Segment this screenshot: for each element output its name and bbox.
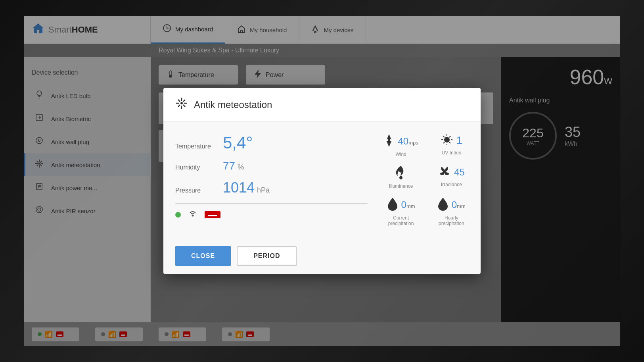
- modal-overlay: Antik meteostation Temperature 5,4° Humi…: [0, 0, 644, 362]
- modal-green-dot: [175, 212, 181, 218]
- svg-line-35: [178, 100, 180, 102]
- pressure-row: Pressure 1014 hPa: [175, 179, 368, 196]
- svg-line-50: [449, 136, 450, 137]
- modal-status-dot: [175, 210, 181, 220]
- modal-meteostation-icon: [175, 97, 188, 112]
- svg-marker-42: [387, 141, 391, 147]
- svg-line-51: [443, 142, 445, 143]
- pressure-value: 1014: [223, 179, 255, 196]
- svg-line-36: [183, 105, 185, 107]
- wind-metric: 40mps Wind: [383, 133, 418, 157]
- svg-point-30: [180, 102, 183, 104]
- svg-line-48: [443, 136, 445, 137]
- uv-label: UV Index: [442, 150, 461, 156]
- metric-divider: [175, 203, 368, 204]
- metrics-right: 40mps Wind: [383, 133, 469, 226]
- current-precip-unit: mm: [406, 203, 415, 209]
- modal-footer: CLOSE PERIOD: [163, 238, 481, 274]
- irradiance-label: Irradiance: [441, 182, 462, 187]
- modal-header: Antik meteostation: [163, 88, 481, 121]
- humidity-value: 77: [223, 160, 235, 172]
- wind-unit: mps: [408, 140, 418, 146]
- current-precip-metric: 0mm Currentprecipitation: [383, 197, 418, 226]
- close-button[interactable]: CLOSE: [175, 246, 231, 266]
- modal-title: Antik meteostation: [194, 99, 272, 110]
- period-button[interactable]: PERIOD: [237, 246, 297, 266]
- svg-point-39: [192, 215, 194, 216]
- modal-status-indicators: ▬▬: [175, 210, 368, 220]
- hourly-precip-value: 0: [452, 199, 457, 210]
- modal-status-battery: ▬▬: [205, 210, 220, 220]
- modal-body: Temperature 5,4° Humidity 77 % Pressure …: [163, 121, 481, 238]
- modal-status-wifi: [189, 210, 197, 220]
- wind-value: 40: [398, 136, 408, 146]
- svg-line-49: [449, 142, 450, 143]
- temperature-label: Temperature: [175, 143, 223, 150]
- radiation-icon: [438, 165, 451, 179]
- pressure-unit: hPa: [257, 186, 270, 194]
- droplet-icon-2: [437, 197, 448, 213]
- sun-icon: [441, 133, 453, 148]
- flame-icon: [395, 165, 406, 181]
- uv-value: 1: [456, 134, 463, 147]
- irradiance-metric: 45 Irradiance: [434, 165, 469, 189]
- hourly-precip-metric: 0mm Hourlyprecipitation: [434, 197, 469, 226]
- svg-point-43: [445, 137, 449, 142]
- humidity-label: Humidity: [175, 164, 223, 171]
- wind-arrow-icon: [383, 133, 395, 149]
- illuminance-label: Illuminance: [389, 183, 413, 189]
- humidity-row: Humidity 77 %: [175, 160, 368, 172]
- wind-label: Wind: [395, 152, 406, 157]
- uv-metric: 1 UV Index: [434, 133, 469, 157]
- illuminance-metric: Illuminance: [383, 165, 418, 189]
- pressure-label: Pressure: [175, 187, 223, 194]
- humidity-unit: %: [238, 163, 244, 171]
- droplet-icon-1: [387, 197, 398, 213]
- current-precip-label: Currentprecipitation: [388, 215, 414, 226]
- hourly-precip-unit: mm: [457, 203, 466, 209]
- hourly-precip-label: Hourlyprecipitation: [439, 215, 464, 226]
- meteostation-modal: Antik meteostation Temperature 5,4° Humi…: [163, 88, 481, 274]
- temperature-value: 5,4°: [223, 133, 253, 152]
- svg-line-37: [183, 100, 185, 102]
- metrics-left: Temperature 5,4° Humidity 77 % Pressure …: [175, 133, 368, 226]
- temperature-row: Temperature 5,4°: [175, 133, 368, 152]
- current-precip-value: 0: [401, 199, 406, 210]
- svg-line-38: [178, 105, 180, 107]
- irradiance-value: 45: [454, 167, 465, 178]
- modal-battery-icon: ▬▬: [205, 211, 220, 218]
- modal-wifi-icon: [189, 210, 197, 220]
